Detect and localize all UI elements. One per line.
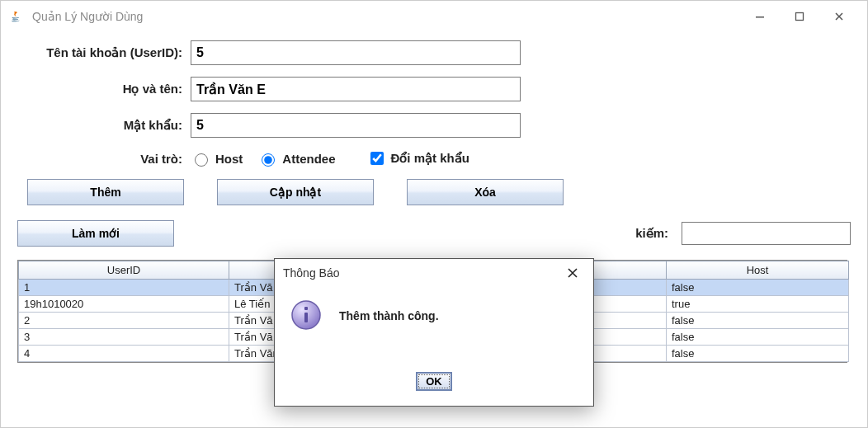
name-label: Họ và tên: xyxy=(17,82,191,96)
window-title: Quản Lý Người Dùng xyxy=(32,10,143,23)
role-label: Vai trò: xyxy=(17,152,191,166)
cell-userid[interactable]: 4 xyxy=(19,346,229,362)
cell-host[interactable]: true xyxy=(667,296,849,313)
th-host[interactable]: Host xyxy=(667,261,849,280)
cell-userid[interactable]: 19h1010020 xyxy=(19,296,229,313)
minimize-button[interactable] xyxy=(740,1,780,32)
dialog-title: Thông Báo xyxy=(283,266,340,280)
role-attendee-radio[interactable] xyxy=(262,153,275,167)
cell-userid[interactable]: 1 xyxy=(19,280,229,296)
titlebar[interactable]: Quản Lý Người Dùng xyxy=(1,1,867,32)
reset-button[interactable]: Làm mới xyxy=(17,220,174,247)
cell-host[interactable]: false xyxy=(667,280,849,296)
userid-label: Tên tài khoản (UserID): xyxy=(17,45,191,60)
th-userid[interactable]: UserID xyxy=(19,261,229,280)
change-password-checkbox[interactable] xyxy=(370,152,384,165)
userid-input[interactable] xyxy=(191,40,521,65)
cell-host[interactable]: false xyxy=(667,346,849,362)
search-label: kiếm: xyxy=(635,226,668,241)
close-button[interactable] xyxy=(819,1,859,32)
dialog-titlebar[interactable]: Thông Báo xyxy=(275,259,593,287)
cell-userid[interactable]: 2 xyxy=(19,313,229,329)
cell-host[interactable]: false xyxy=(667,329,849,346)
maximize-button[interactable] xyxy=(780,1,819,32)
cell-host[interactable]: false xyxy=(667,313,849,329)
change-password-option[interactable]: Đổi mật khẩu xyxy=(367,149,469,167)
password-input[interactable] xyxy=(191,113,521,138)
name-input[interactable] xyxy=(191,77,521,101)
role-attendee-label: Attendee xyxy=(282,152,335,166)
search-input[interactable] xyxy=(682,222,851,245)
change-password-label: Đổi mật khẩu xyxy=(391,151,469,166)
role-host-radio[interactable] xyxy=(195,153,208,167)
svg-rect-4 xyxy=(304,313,308,322)
info-icon xyxy=(290,299,323,332)
svg-rect-0 xyxy=(756,16,764,18)
role-attendee-option[interactable]: Attendee xyxy=(257,151,335,167)
update-button[interactable]: Cập nhật xyxy=(217,179,374,205)
dialog-close-button[interactable] xyxy=(560,261,585,285)
info-dialog: Thông Báo Thêm thành công. OK xyxy=(274,258,594,407)
dialog-ok-button[interactable]: OK xyxy=(416,372,452,391)
role-host-option[interactable]: Host xyxy=(191,151,243,167)
java-icon xyxy=(9,9,24,24)
cell-userid[interactable]: 3 xyxy=(19,329,229,346)
password-label: Mật khẩu: xyxy=(17,118,191,133)
delete-button[interactable]: Xóa xyxy=(407,179,564,205)
svg-rect-1 xyxy=(796,13,804,21)
dialog-message: Thêm thành công. xyxy=(339,308,439,322)
add-button[interactable]: Thêm xyxy=(27,179,184,205)
role-host-label: Host xyxy=(215,152,243,166)
svg-rect-3 xyxy=(304,307,308,310)
